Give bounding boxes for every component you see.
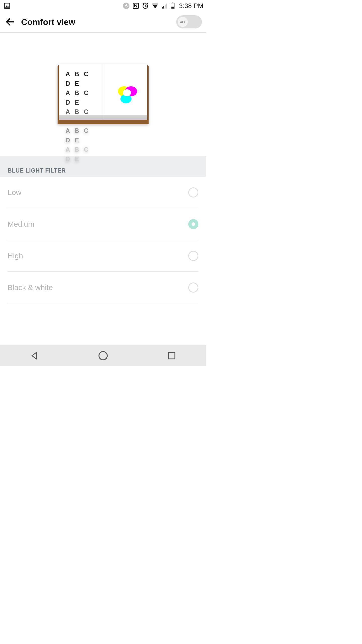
svg-rect-7 [165,5,166,9]
option-label: Medium [8,220,34,228]
preview-text-row: A B C D E [66,126,99,145]
book-right-page [103,64,147,121]
svg-rect-13 [168,352,175,359]
arrow-left-icon [5,17,15,27]
radio-icon [188,187,198,197]
svg-rect-11 [171,7,174,9]
option-high[interactable]: High [8,240,198,272]
option-label: High [8,252,23,260]
option-medium[interactable]: Medium [8,208,198,240]
option-label: Low [8,188,21,197]
svg-rect-6 [163,6,164,9]
svg-rect-5 [162,7,163,9]
status-time: 3:38 PM [179,2,203,10]
preview-text-row: A B C D E [66,145,99,164]
status-bar: 3:38 PM [0,0,206,12]
svg-rect-0 [5,3,10,9]
page-title: Comfort view [21,17,171,27]
nav-bar [0,345,206,366]
book-left-page: A B C D E A B C D E A B C D E A B C D E … [59,64,103,121]
triangle-back-icon [29,351,39,361]
radio-icon [188,283,198,293]
svg-rect-8 [166,4,167,9]
toggle-knob: OFF [178,17,188,27]
section-header: BLUE LIGHT FILTER [0,156,206,177]
radio-selected-icon [188,219,198,229]
preview-text-row: A B C D E [66,88,99,107]
nav-recents-button[interactable] [164,348,179,363]
option-list: Low Medium High Black & white [0,177,206,303]
option-low[interactable]: Low [8,177,198,208]
nav-back-button[interactable] [27,348,42,363]
preview-text-row: A B C D E [66,69,99,88]
option-label: Black & white [8,283,53,292]
section-title: BLUE LIGHT FILTER [8,167,66,174]
svg-point-12 [99,352,107,360]
book-illustration: A B C D E A B C D E A B C D E A B C D E … [58,64,149,124]
gallery-icon [4,2,11,9]
preview-area: A B C D E A B C D E A B C D E A B C D E … [0,33,206,156]
rgb-venn-icon [107,76,143,109]
radio-icon [188,251,198,261]
alarm-icon [142,2,149,9]
wifi-icon [151,3,159,9]
comfort-view-toggle[interactable]: OFF [176,15,202,28]
nfc-icon [132,2,139,9]
svg-marker-1 [5,6,9,8]
app-bar: Comfort view OFF [0,12,206,33]
square-recents-icon [167,351,176,360]
option-black-white[interactable]: Black & white [8,272,198,303]
battery-icon [170,2,175,9]
nav-home-button[interactable] [96,348,111,363]
back-button[interactable] [4,16,16,28]
circle-home-icon [98,350,109,361]
signal-icon [161,3,168,9]
bluetooth-icon [123,2,130,9]
svg-rect-10 [172,3,173,4]
